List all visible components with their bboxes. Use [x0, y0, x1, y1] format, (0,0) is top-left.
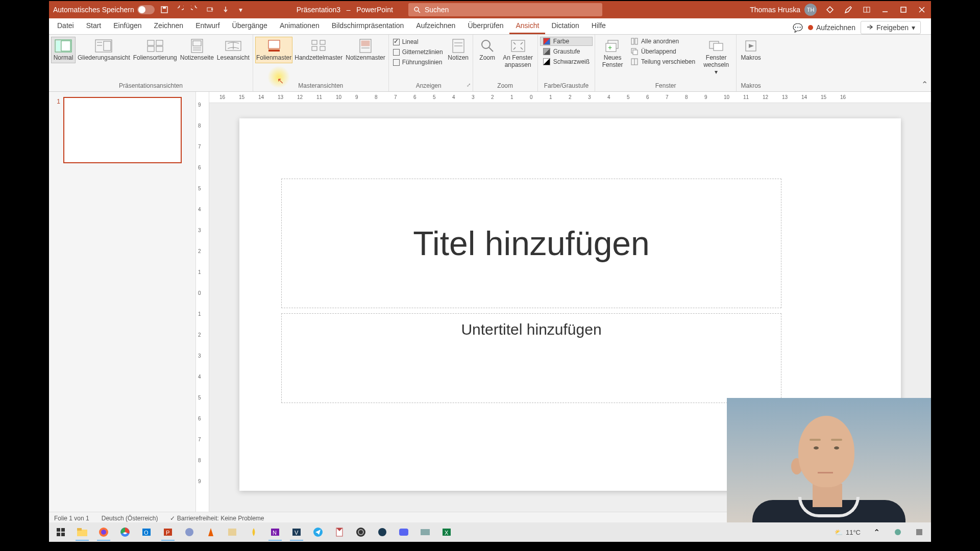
svg-rect-48: [631, 38, 634, 44]
arrange-all-button[interactable]: Alle anordnen: [629, 37, 697, 46]
subtitle-placeholder[interactable]: Untertitel hinzufügen: [281, 313, 781, 403]
tab-animationen[interactable]: Animationen: [274, 18, 326, 34]
app-icon-6[interactable]: [415, 523, 435, 541]
new-window-button[interactable]: + Neues Fenster: [597, 37, 628, 70]
window-layout-icon[interactable]: [862, 5, 872, 15]
search-box[interactable]: [408, 3, 602, 16]
minimize-button[interactable]: [880, 5, 890, 15]
record-dot-icon: [808, 25, 813, 30]
powerpoint-icon[interactable]: P: [158, 523, 178, 541]
tab-dictation[interactable]: Dictation: [545, 18, 585, 34]
reading-view-button[interactable]: Leseansicht: [216, 37, 251, 63]
search-input[interactable]: [425, 6, 597, 14]
fit-to-window-button[interactable]: An Fenster anpassen: [501, 37, 535, 70]
macros-icon: [742, 39, 760, 53]
onenote-icon[interactable]: N: [265, 523, 285, 541]
start-from-beginning-icon[interactable]: [206, 5, 215, 14]
toggle-switch[interactable]: [137, 5, 155, 14]
svg-point-42: [482, 40, 490, 48]
slide-thumbnail-1[interactable]: [63, 97, 182, 163]
share-button[interactable]: Freigeben ▾: [861, 21, 921, 34]
vlc-icon[interactable]: [201, 523, 220, 541]
tab-ueberpruefen[interactable]: Überprüfen: [461, 18, 509, 34]
undo-icon[interactable]: [175, 5, 184, 14]
close-button[interactable]: [917, 5, 927, 15]
guides-checkbox[interactable]: Führungslinien: [392, 58, 444, 66]
app-icon-4[interactable]: [330, 523, 349, 541]
color-option[interactable]: Farbe: [540, 37, 593, 46]
save-icon[interactable]: [160, 5, 169, 14]
app-icon-5[interactable]: [373, 523, 392, 541]
svg-rect-30: [268, 40, 280, 48]
maximize-button[interactable]: [898, 5, 909, 15]
tray-icon-1[interactable]: [888, 523, 908, 541]
notes-page-button[interactable]: Notizenseite: [179, 37, 215, 63]
tab-entwurf[interactable]: Entwurf: [189, 18, 226, 34]
app-icon-3[interactable]: [244, 523, 263, 541]
file-explorer-icon[interactable]: [72, 523, 92, 541]
tab-datei[interactable]: Datei: [51, 18, 80, 34]
tab-ansicht[interactable]: Ansicht: [509, 18, 545, 34]
accessibility-indicator[interactable]: ✓ Barrierefreiheit: Keine Probleme: [170, 515, 264, 522]
tab-zeichnen[interactable]: Zeichnen: [148, 18, 190, 34]
grayscale-option[interactable]: Graustufe: [540, 47, 593, 56]
user-account[interactable]: Thomas Hruska TH: [750, 4, 817, 16]
tab-aufzeichnen[interactable]: Aufzeichnen: [410, 18, 461, 34]
svg-rect-59: [61, 528, 65, 532]
app-icon-1[interactable]: [180, 523, 199, 541]
weather-widget[interactable]: ⛅ 11°C: [830, 529, 865, 536]
tab-hilfe[interactable]: Hilfe: [585, 18, 612, 34]
telegram-icon[interactable]: [308, 523, 328, 541]
group-label: Makros: [739, 82, 763, 90]
discord-icon[interactable]: [394, 523, 413, 541]
comments-icon[interactable]: 💬: [793, 22, 803, 33]
tray-icon-2[interactable]: [910, 523, 929, 541]
gridlines-checkbox[interactable]: Gitternetzlinien: [392, 48, 444, 56]
move-split-button[interactable]: Teilung verschieben: [629, 57, 697, 66]
svg-rect-86: [399, 529, 408, 536]
group-window: + Neues Fenster Alle anordnen Überlappen…: [595, 35, 737, 91]
chrome-icon[interactable]: [115, 523, 135, 541]
title-placeholder[interactable]: Titel hinzufügen: [281, 179, 781, 308]
qat-more-icon[interactable]: ▾: [236, 5, 246, 14]
slide-counter[interactable]: Folie 1 von 1: [54, 515, 89, 522]
macros-button[interactable]: Makros: [739, 37, 763, 63]
normal-view-button[interactable]: Normal: [51, 37, 76, 63]
diamond-icon[interactable]: [825, 5, 835, 15]
group-color-grayscale: Farbe Graustufe Schwarzweiß Farbe/Graust…: [538, 35, 595, 91]
slide-thumbnail-panel[interactable]: 1: [49, 92, 196, 512]
slide-sorter-button[interactable]: Foliensortierung: [132, 37, 178, 63]
language-indicator[interactable]: Deutsch (Österreich): [102, 515, 158, 522]
pen-icon[interactable]: [843, 5, 853, 15]
excel-icon[interactable]: X: [437, 523, 456, 541]
record-button[interactable]: Aufzeichnen: [808, 23, 855, 32]
autosave-toggle[interactable]: Automatisches Speichern: [53, 5, 155, 14]
obs-icon[interactable]: [351, 523, 371, 541]
slide-master-button[interactable]: Folienmaster: [255, 37, 292, 63]
switch-windows-button[interactable]: Fenster wechseln ▾: [698, 37, 734, 78]
redo-icon[interactable]: [190, 5, 200, 14]
tray-expand-icon[interactable]: ⌃: [867, 523, 886, 541]
touch-mode-icon[interactable]: [221, 5, 230, 14]
collapse-ribbon-button[interactable]: ⌃: [921, 80, 928, 89]
firefox-icon[interactable]: [94, 523, 113, 541]
tab-uebergaenge[interactable]: Übergänge: [226, 18, 274, 34]
handout-master-button[interactable]: Handzettelmaster: [293, 37, 344, 63]
svg-rect-22: [148, 46, 154, 52]
blackwhite-option[interactable]: Schwarzweiß: [540, 57, 593, 66]
ribbon: Normal Gliederungsansicht Foliensortieru…: [49, 35, 931, 92]
tab-einfuegen[interactable]: Einfügen: [107, 18, 148, 34]
notes-button[interactable]: Notizen: [446, 37, 471, 63]
tab-start[interactable]: Start: [80, 18, 108, 34]
app-icon-v[interactable]: V: [287, 523, 306, 541]
zoom-button[interactable]: Zoom: [475, 37, 500, 63]
outlook-icon[interactable]: O: [137, 523, 156, 541]
tab-bildschirmpraesentation[interactable]: Bildschirmpräsentation: [326, 18, 410, 34]
start-button[interactable]: [51, 523, 70, 541]
ruler-checkbox[interactable]: Lineal: [392, 38, 444, 46]
app-icon-2[interactable]: [223, 523, 242, 541]
cascade-button[interactable]: Überlappend: [629, 47, 697, 56]
notes-master-button[interactable]: Notizenmaster: [345, 37, 386, 63]
notes-master-icon: [356, 39, 375, 53]
outline-view-button[interactable]: Gliederungsansicht: [77, 37, 131, 63]
